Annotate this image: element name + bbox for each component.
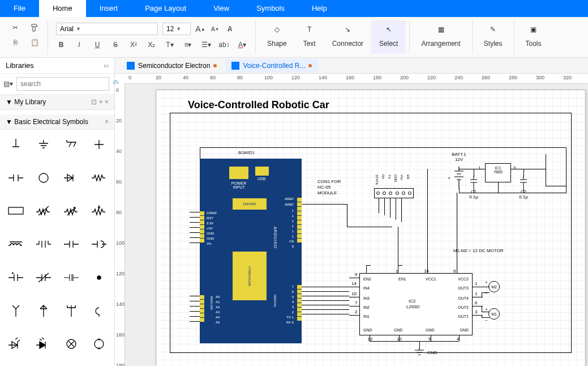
menu-symbols[interactable]: Symbols bbox=[243, 0, 298, 17]
menu-view[interactable]: View bbox=[200, 0, 243, 17]
superscript-icon[interactable]: X² bbox=[128, 40, 139, 50]
symbol-dot[interactable] bbox=[85, 265, 112, 290]
styles-tool[interactable]: ✎Styles bbox=[476, 20, 510, 54]
symbol-pot[interactable] bbox=[85, 198, 112, 223]
strike-icon[interactable]: S bbox=[110, 40, 121, 50]
doc-icon bbox=[127, 62, 135, 70]
doc-tab-1[interactable]: Semiconductor Electron bbox=[121, 59, 223, 73]
doc-tab-2[interactable]: Voice-Controlled R... bbox=[225, 59, 318, 73]
cap-c2[interactable]: C20.1µ bbox=[519, 176, 528, 199]
line-spacing-icon[interactable]: ≡▾ bbox=[183, 40, 193, 50]
symbol-var-res[interactable] bbox=[30, 198, 57, 223]
canvas[interactable]: Voice-Controlled Robotic Car BOARD1 POWE… bbox=[125, 84, 588, 366]
diagram-frame: BOARD1 POWER INPUT USB DRIVER ATMEGA328 … bbox=[170, 113, 572, 353]
symbol-node[interactable] bbox=[85, 132, 112, 157]
bold-icon[interactable]: B bbox=[56, 40, 66, 50]
symbol-ground[interactable] bbox=[2, 132, 29, 157]
con1-module[interactable] bbox=[374, 188, 414, 198]
symbol-cap3[interactable] bbox=[2, 265, 29, 290]
symbol-led1[interactable] bbox=[2, 331, 29, 356]
format-painter-icon[interactable] bbox=[29, 23, 40, 33]
menu-help[interactable]: Help bbox=[298, 0, 341, 17]
select-tool[interactable]: ↖Select bbox=[371, 20, 406, 54]
document-tabs: Semiconductor Electron Voice-Controlled … bbox=[115, 58, 588, 74]
symbol-cap2[interactable] bbox=[58, 232, 84, 257]
ruler-horizontal: 0204060801001201401601802002202402602803… bbox=[125, 74, 588, 84]
arrangement-tool[interactable]: ▦Arrangement bbox=[413, 20, 468, 54]
collapse-icon[interactable]: ‹‹ bbox=[104, 61, 109, 70]
symbol-rect[interactable] bbox=[2, 198, 29, 223]
menu-file[interactable]: File bbox=[0, 0, 39, 17]
case-icon[interactable]: T▾ bbox=[165, 40, 175, 50]
ruler-vertical: 020406080100120140160180 bbox=[115, 84, 125, 366]
size-select[interactable]: 12▼ bbox=[162, 23, 191, 35]
library-menu-icon[interactable]: ▤▾ bbox=[3, 79, 13, 89]
italic-icon[interactable]: I bbox=[74, 40, 84, 50]
font-select[interactable]: Arial▼ bbox=[56, 23, 158, 35]
symbol-led2[interactable] bbox=[30, 331, 57, 356]
cap-c1[interactable]: C10.1µ bbox=[469, 176, 478, 199]
doc-icon bbox=[231, 62, 239, 70]
symbol-cap1[interactable] bbox=[2, 165, 29, 190]
symbol-var-res2[interactable] bbox=[58, 198, 84, 223]
motors-label: M1-M2 = 12 DC MOTOR bbox=[453, 248, 504, 253]
underline-icon[interactable]: U bbox=[92, 40, 102, 50]
svg-point-1 bbox=[39, 173, 48, 182]
symbol-chassis[interactable] bbox=[58, 132, 84, 157]
libraries-panel: Libraries ‹‹ ▤▾ 🔍 ⌃⌄ ▼ My Library ⊡ + × … bbox=[0, 58, 115, 366]
motor-m2[interactable]: M2 bbox=[488, 281, 500, 292]
svg-point-3 bbox=[97, 276, 101, 279]
arduino-board[interactable]: POWER INPUT USB DRIVER ATMEGA328 IOREFRS… bbox=[200, 159, 302, 343]
clear-format-icon[interactable]: A̷ bbox=[225, 24, 235, 34]
symbol-earth[interactable] bbox=[30, 132, 57, 157]
list-icon[interactable]: ☰▾ bbox=[201, 40, 211, 50]
symbol-loop[interactable] bbox=[85, 299, 112, 324]
basic-symbols-section[interactable]: ▼ Basic Electrical Symbols × bbox=[0, 114, 114, 130]
symbol-cap4[interactable] bbox=[58, 265, 84, 290]
svg-point-5 bbox=[95, 339, 104, 348]
cut-icon[interactable]: ✂ bbox=[10, 23, 20, 33]
text-tool[interactable]: TText bbox=[295, 20, 324, 54]
connector-tool[interactable]: ↘Connector bbox=[324, 20, 371, 54]
symbol-ant2[interactable] bbox=[30, 299, 57, 324]
battery[interactable] bbox=[453, 167, 465, 191]
symbol-lamp[interactable] bbox=[58, 331, 84, 356]
symbol-res2[interactable] bbox=[85, 165, 112, 190]
symbol-cap-var[interactable] bbox=[30, 265, 57, 290]
symbol-src[interactable] bbox=[85, 331, 112, 356]
toolbar: ✂ ⎘ 📋 Arial▼ 12▼ A▲ A▼ A̷ B I U S X² X₂ … bbox=[0, 17, 588, 58]
font-grow-icon[interactable]: A▲ bbox=[195, 24, 205, 34]
symbol-ant1[interactable] bbox=[2, 299, 29, 324]
shape-tool[interactable]: ◇Shape bbox=[259, 20, 295, 54]
symbol-ind2[interactable] bbox=[30, 232, 57, 257]
subscript-icon[interactable]: X₂ bbox=[147, 40, 157, 50]
menu-bar: File Home Insert Page Layout View Symbol… bbox=[0, 0, 588, 17]
symbol-ind1[interactable] bbox=[2, 232, 29, 257]
ic2-l293d[interactable]: EN2 IN4 IN3 IN2 IN1 GND EN1 GND VCC1 GND… bbox=[359, 273, 473, 335]
tools-tool[interactable]: ▣Tools bbox=[518, 20, 550, 54]
symbol-circle[interactable] bbox=[30, 165, 57, 190]
menu-page-layout[interactable]: Page Layout bbox=[131, 0, 200, 17]
font-color-icon[interactable]: A▾ bbox=[237, 40, 247, 50]
font-shrink-icon[interactable]: A▼ bbox=[210, 24, 220, 34]
svg-rect-2 bbox=[8, 207, 23, 214]
symbol-ant3[interactable] bbox=[58, 299, 84, 324]
libraries-title: Libraries bbox=[6, 61, 34, 70]
menu-insert[interactable]: Insert bbox=[86, 0, 132, 17]
con1-label: CON1 FOR HC-05 MODULE bbox=[317, 179, 346, 196]
search-input[interactable] bbox=[16, 77, 109, 91]
page: Voice-Controlled Robotic Car BOARD1 POWE… bbox=[156, 90, 586, 366]
symbol-cap-pol[interactable] bbox=[85, 232, 112, 257]
symbol-diode[interactable] bbox=[58, 165, 84, 190]
motor-m1[interactable]: M1 bbox=[488, 308, 500, 320]
text-direction-icon[interactable]: ab↕ bbox=[219, 40, 229, 50]
diagram-title: Voice-Controlled Robotic Car bbox=[188, 99, 329, 111]
copy-icon[interactable]: ⎘ bbox=[10, 37, 20, 48]
paste-icon[interactable]: 📋 bbox=[29, 37, 40, 48]
menu-home[interactable]: Home bbox=[39, 0, 86, 17]
ic1-7805[interactable]: IC17805 bbox=[485, 163, 511, 182]
my-library-section[interactable]: ▼ My Library ⊡ + × bbox=[0, 95, 114, 110]
board-label: BOARD1 bbox=[238, 151, 255, 155]
